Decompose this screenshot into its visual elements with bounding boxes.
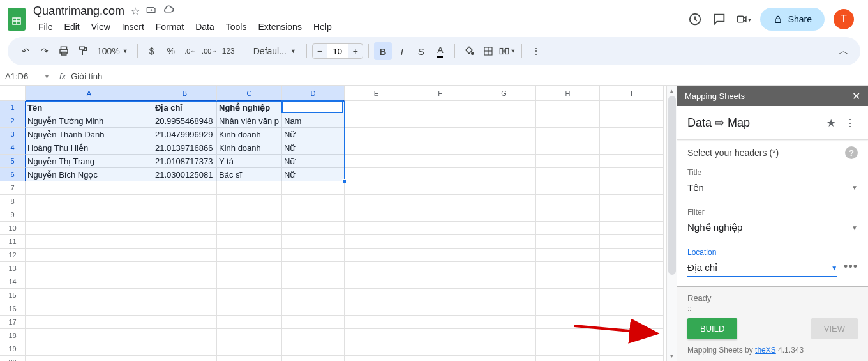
cell[interactable] — [600, 316, 664, 329]
cell[interactable] — [217, 316, 282, 329]
cell[interactable] — [536, 249, 600, 262]
undo-icon[interactable]: ↶ — [17, 42, 34, 60]
menu-edit[interactable]: Edit — [59, 19, 85, 35]
redo-icon[interactable]: ↷ — [36, 42, 54, 60]
cell[interactable]: Kinh doanh — [217, 141, 282, 155]
row-header[interactable]: 3 — [0, 128, 26, 141]
cell[interactable]: Địa chỉ — [153, 101, 217, 114]
cell[interactable] — [408, 168, 472, 181]
cell[interactable] — [408, 275, 472, 289]
cell[interactable] — [26, 208, 153, 222]
cell[interactable] — [600, 289, 664, 302]
cell[interactable] — [26, 316, 153, 329]
cell[interactable]: Nguyễn Thị Trang — [26, 155, 153, 168]
cell[interactable]: 20.9955468948 — [153, 114, 217, 128]
cell[interactable] — [345, 101, 408, 114]
cell[interactable] — [153, 342, 217, 356]
cell[interactable]: 21.0139716866 — [153, 141, 217, 155]
cell[interactable] — [26, 181, 153, 195]
comment-icon[interactable] — [712, 12, 727, 27]
cell[interactable] — [408, 342, 472, 356]
cell[interactable] — [282, 289, 345, 302]
format-123-icon[interactable]: 123 — [220, 42, 237, 60]
row-header[interactable]: 13 — [0, 262, 26, 275]
cell[interactable] — [217, 195, 282, 208]
cell[interactable] — [153, 302, 217, 316]
cell[interactable] — [282, 316, 345, 329]
cell[interactable] — [26, 356, 153, 361]
italic-button[interactable]: I — [393, 42, 411, 60]
cell[interactable] — [536, 168, 600, 181]
cell[interactable] — [282, 249, 345, 262]
row-header[interactable]: 6 — [0, 168, 26, 181]
cell[interactable] — [408, 114, 472, 128]
avatar[interactable]: T — [834, 9, 854, 29]
font-size-input[interactable] — [327, 43, 348, 59]
cell[interactable] — [282, 302, 345, 316]
cell[interactable] — [600, 262, 664, 275]
cell[interactable] — [217, 262, 282, 275]
cell[interactable] — [408, 316, 472, 329]
cell[interactable] — [536, 181, 600, 195]
cell[interactable] — [282, 275, 345, 289]
cell[interactable] — [472, 222, 536, 235]
cell[interactable] — [345, 342, 408, 356]
cell[interactable] — [600, 235, 664, 249]
cell[interactable] — [153, 289, 217, 302]
cell[interactable] — [472, 114, 536, 128]
cell[interactable] — [536, 289, 600, 302]
row-header[interactable]: 15 — [0, 289, 26, 302]
cell[interactable] — [600, 208, 664, 222]
row-header[interactable]: 16 — [0, 302, 26, 316]
cell[interactable] — [408, 181, 472, 195]
percent-icon[interactable]: % — [162, 42, 180, 60]
cell[interactable] — [345, 114, 408, 128]
cell[interactable] — [282, 356, 345, 361]
cell[interactable] — [408, 289, 472, 302]
cell[interactable] — [472, 168, 536, 181]
row-header[interactable]: 1 — [0, 101, 26, 114]
cell[interactable] — [536, 155, 600, 168]
cell[interactable] — [26, 195, 153, 208]
cell[interactable] — [217, 222, 282, 235]
cell[interactable] — [153, 262, 217, 275]
cell[interactable] — [345, 302, 408, 316]
spreadsheet-grid[interactable]: ABCDEFGHI1TênĐịa chỉNghề nghiệpGiới tính… — [0, 86, 666, 361]
cell[interactable] — [282, 181, 345, 195]
cell[interactable] — [472, 101, 536, 114]
cell[interactable] — [153, 235, 217, 249]
cell[interactable] — [26, 302, 153, 316]
cell[interactable]: Nhân viên văn p — [217, 114, 282, 128]
cell[interactable] — [536, 356, 600, 361]
cell[interactable]: Kinh doanh — [217, 128, 282, 141]
menu-insert[interactable]: Insert — [117, 19, 149, 35]
cell[interactable] — [600, 141, 664, 155]
decrease-decimal-icon[interactable]: .0← — [181, 42, 199, 60]
cell[interactable] — [472, 316, 536, 329]
col-header-D[interactable]: D — [282, 86, 345, 101]
cell[interactable] — [282, 222, 345, 235]
row-header[interactable]: 17 — [0, 316, 26, 329]
col-header-E[interactable]: E — [345, 86, 408, 101]
cell[interactable] — [600, 302, 664, 316]
cell[interactable] — [408, 329, 472, 342]
cell[interactable] — [217, 249, 282, 262]
filter-select[interactable]: Nghề nghiệp ▼ — [687, 219, 858, 236]
cell[interactable] — [600, 342, 664, 356]
cell[interactable] — [536, 114, 600, 128]
cell[interactable] — [536, 329, 600, 342]
cell[interactable] — [408, 262, 472, 275]
cell[interactable] — [408, 141, 472, 155]
cell[interactable]: Bác sĩ — [217, 168, 282, 181]
cell[interactable] — [600, 101, 664, 114]
cell[interactable] — [472, 342, 536, 356]
cell[interactable] — [600, 195, 664, 208]
cell[interactable] — [408, 101, 472, 114]
row-header[interactable]: 10 — [0, 222, 26, 235]
cell[interactable] — [217, 329, 282, 342]
location-more-icon[interactable]: ••• — [844, 260, 858, 277]
cell[interactable] — [600, 329, 664, 342]
menu-view[interactable]: View — [86, 19, 116, 35]
cell[interactable] — [536, 195, 600, 208]
cell[interactable] — [600, 181, 664, 195]
